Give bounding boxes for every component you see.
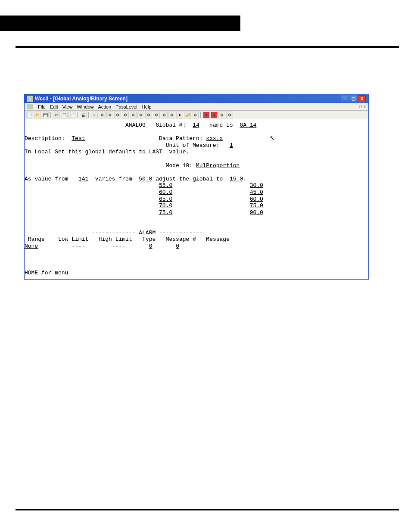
menu-help[interactable]: Help (142, 104, 152, 109)
titlebar: Wcc3 - [Global Analog/Binary Screen] – ▢… (25, 94, 368, 103)
from-4[interactable]: 70.0 (159, 202, 172, 209)
toolbar-star-icon[interactable]: ★ (176, 112, 183, 118)
to-4[interactable]: 75.0 (250, 202, 263, 209)
body-source[interactable]: 1A1 (78, 176, 88, 182)
alarm-col-msg: Message (206, 236, 230, 243)
toolbar-tool3-icon[interactable]: ⚙ (114, 112, 121, 118)
name-value[interactable]: GA 14 (240, 122, 256, 128)
toolbar-tool2-icon[interactable]: ⚙ (106, 112, 113, 118)
menu-edit[interactable]: Edit (50, 104, 58, 109)
from-3[interactable]: 65.0 (159, 196, 172, 202)
name-label: name is (209, 122, 233, 128)
alarm-col-low: Low Limit (58, 236, 88, 243)
footer-home: HOME for menu (25, 270, 68, 276)
alarm-col-high: High Limit (99, 236, 132, 243)
from-1[interactable]: 55.0 (159, 182, 172, 189)
toolbar-print-icon[interactable]: 🖨 (80, 112, 87, 118)
uom-value[interactable]: 1 (230, 142, 233, 149)
toolbar-separator (88, 112, 89, 118)
toolbar: 📄 📂 💾 ✂ 📋 📄 🖨 ? ⚙ ⚙ ⚙ ⚙ ⚙ ⚙ ⚙ ⚙ ⚙ ⚙ ★ 🔑 … (25, 111, 368, 119)
to-5[interactable]: 90.0 (250, 209, 263, 216)
maximize-button[interactable]: ▢ (349, 95, 357, 102)
toolbar-tool4-icon[interactable]: ⚙ (122, 112, 129, 118)
global-num-value[interactable]: 14 (193, 122, 199, 128)
toolbar-cut-icon[interactable]: ✂ (53, 112, 60, 118)
uom-label: Unit of Measure: (166, 142, 220, 149)
minimize-button[interactable]: – (341, 95, 349, 102)
toolbar-separator (50, 112, 51, 118)
mode-value[interactable]: MulProportion (196, 162, 240, 169)
local-set-line: In Local Set this global defaults to LAS… (25, 149, 189, 155)
alarm-col-range: Range (28, 236, 45, 243)
close-button[interactable]: X (358, 95, 366, 102)
mdi-icon (27, 104, 33, 109)
mode-label: Mode 10: (166, 162, 193, 169)
toolbar-open-icon[interactable]: 📂 (34, 112, 41, 118)
body-prefix: As value from (25, 176, 68, 182)
mdi-minimize-button[interactable]: - (356, 104, 358, 109)
window-controls: – ▢ X (341, 95, 366, 102)
top-black-bar (0, 16, 240, 31)
mdi-restore-button[interactable]: □ (359, 104, 362, 109)
toolbar-red2-icon[interactable]: ▪ (211, 112, 218, 118)
toolbar-tool10-icon[interactable]: ⚙ (168, 112, 175, 118)
menu-passlevel[interactable]: PassLevel (115, 104, 137, 109)
from-0[interactable]: 50.0 (139, 176, 152, 182)
from-2[interactable]: 60.0 (159, 189, 172, 196)
top-hr (16, 46, 399, 48)
menu-file[interactable]: File (38, 104, 46, 109)
toolbar-separator (200, 112, 201, 118)
mdi-close-button[interactable]: x (364, 104, 366, 109)
alarm-col-type: Type (142, 236, 156, 243)
toolbar-tool13-icon[interactable]: ⚙ (226, 112, 233, 118)
menu-action[interactable]: Action (98, 104, 111, 109)
toolbar-help-icon[interactable]: ? (91, 112, 98, 118)
toolbar-tool5-icon[interactable]: ⚙ (130, 112, 137, 118)
toolbar-save-icon[interactable]: 💾 (42, 112, 49, 118)
alarm-title: ALARM (139, 230, 156, 236)
toolbar-tool12-icon[interactable]: ⚙ (218, 112, 225, 118)
alarm-type-value[interactable]: 0 (149, 243, 153, 249)
toolbar-tool1-icon[interactable]: ⚙ (99, 112, 106, 118)
data-pattern-label: Data Pattern: (159, 135, 202, 142)
alarm-msgnum-value[interactable]: 0 (176, 243, 179, 249)
toolbar-tool11-icon[interactable]: ⚙ (192, 112, 199, 118)
terminal-content: ANALOG Global #: 14 name is GA 14 Descri… (25, 119, 368, 279)
toolbar-tool7-icon[interactable]: ⚙ (145, 112, 152, 118)
to-1[interactable]: 30.0 (250, 182, 263, 189)
data-pattern-value[interactable]: xxx.x (206, 135, 223, 142)
menubar: File Edit View Window Action PassLevel H… (25, 103, 368, 111)
toolbar-red1-icon[interactable]: ▪ (203, 112, 210, 118)
toolbar-separator (77, 112, 78, 118)
description-label: Description: (25, 135, 65, 142)
window-title: Wcc3 - [Global Analog/Binary Screen] (35, 96, 128, 102)
analog-label: ANALOG (125, 122, 146, 128)
toolbar-tool9-icon[interactable]: ⚙ (161, 112, 168, 118)
from-5[interactable]: 75.0 (159, 209, 172, 216)
toolbar-copy-icon[interactable]: 📋 (61, 112, 68, 118)
menu-view[interactable]: View (62, 104, 73, 109)
toolbar-tool6-icon[interactable]: ⚙ (137, 112, 144, 118)
alarm-col-msgnum: Message # (166, 236, 196, 243)
toolbar-key-icon[interactable]: 🔑 (184, 112, 191, 118)
body-adjust: adjust the global to (156, 176, 223, 182)
alarm-range-value[interactable]: None (25, 243, 38, 249)
toolbar-paste-icon[interactable]: 📄 (68, 112, 75, 118)
app-icon (27, 96, 33, 102)
alarm-low-value: ---- (72, 243, 85, 249)
alarm-high-value: ---- (112, 243, 125, 249)
global-num-label: Global #: (156, 122, 186, 128)
to-2[interactable]: 45.0 (250, 189, 263, 196)
to-3[interactable]: 60.0 (250, 196, 263, 202)
toolbar-new-icon[interactable]: 📄 (26, 112, 33, 118)
body-varies: varies from (95, 176, 132, 182)
toolbar-tool8-icon[interactable]: ⚙ (153, 112, 160, 118)
menu-window[interactable]: Window (77, 104, 93, 109)
app-window: Wcc3 - [Global Analog/Binary Screen] – ▢… (24, 94, 369, 280)
description-value[interactable]: Test (72, 135, 85, 142)
bottom-hr (16, 509, 399, 510)
to-0[interactable]: 15.0 (230, 176, 243, 182)
